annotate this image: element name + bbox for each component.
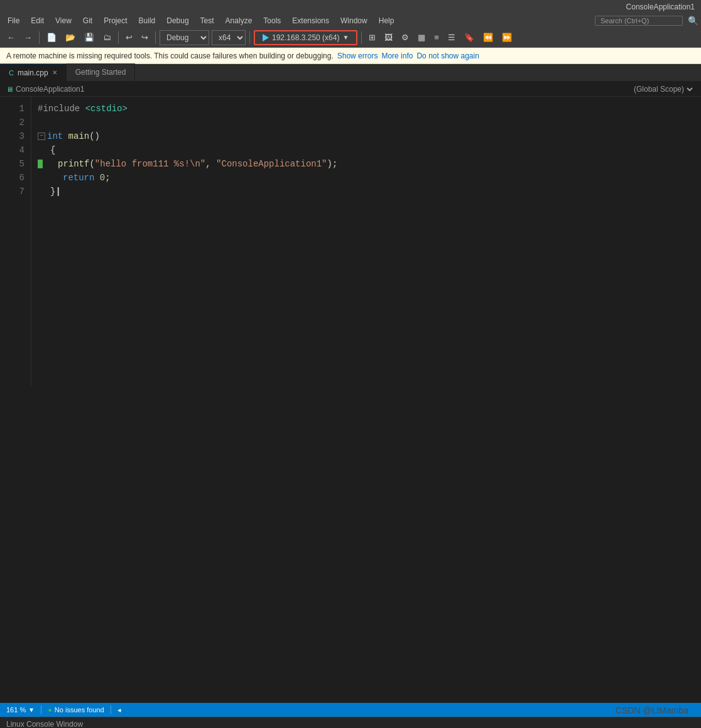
new-file-button[interactable]: 📄 (43, 31, 60, 44)
printf-func: printf (58, 157, 89, 171)
menu-extensions[interactable]: Extensions (287, 15, 334, 26)
run-triangle-icon (263, 34, 269, 41)
printf-open: ( (89, 157, 94, 171)
title-bar: ConsoleApplication1 (0, 0, 701, 14)
printf-close: ); (327, 157, 338, 171)
editor-empty-area[interactable] (0, 386, 701, 703)
line-indicator (38, 160, 43, 168)
menu-tools[interactable]: Tools (258, 15, 286, 26)
code-line-5: printf ( "hello from111 %s!\n" , "Consol… (38, 157, 695, 171)
toolbar-btn-1[interactable]: ⊞ (366, 31, 379, 44)
line-num-5: 5 (0, 157, 24, 171)
num-0: 0 (100, 171, 105, 185)
status-divider-1 (41, 705, 41, 714)
no-issues-label: No issues found (55, 706, 104, 714)
toolbar: ← → 📄 📂 💾 🗂 ↩ ↪ Debug Release x64 x86 19… (0, 28, 701, 48)
platform-select[interactable]: x64 x86 (212, 30, 246, 45)
toolbar-btn-5[interactable]: ≡ (431, 31, 442, 44)
code-content[interactable]: #include <cstdio> − int main () { printf… (31, 97, 701, 386)
open-button[interactable]: 📂 (62, 31, 79, 44)
check-icon: ● (48, 706, 52, 714)
kw-int: int (47, 129, 68, 143)
code-line-2 (38, 116, 695, 129)
open-brace: { (50, 143, 55, 157)
include-kw: #include (38, 102, 85, 116)
toolbar-btn-4[interactable]: ▦ (415, 31, 428, 44)
kw-return: return (63, 171, 100, 185)
do-not-show-link[interactable]: Do not show again (416, 52, 479, 60)
func-parens: () (89, 129, 100, 143)
save-all-button[interactable]: 🗂 (100, 31, 114, 44)
warning-message: A remote machine is missing required too… (6, 52, 334, 60)
tab-bar: C main.cpp ✕ Getting Started (0, 64, 701, 82)
line-num-3: 3 (0, 129, 24, 143)
menu-edit[interactable]: Edit (26, 15, 49, 26)
forward-button[interactable]: → (21, 31, 35, 44)
toolbar-btn-9[interactable]: ⏩ (499, 31, 515, 44)
menu-help[interactable]: Help (374, 15, 399, 26)
code-line-6: return 0 ; (38, 171, 695, 185)
breadcrumb-project-icon: 🖥 (6, 85, 13, 93)
printf-str: "hello from111 %s!\n" (95, 157, 205, 171)
no-issues-status[interactable]: ● No issues found (48, 706, 104, 714)
breadcrumb-project[interactable]: ConsoleApplication1 (16, 85, 84, 94)
back-button[interactable]: ← (4, 31, 18, 44)
line-num-7: 7 (0, 185, 24, 198)
menu-debug[interactable]: Debug (161, 15, 193, 26)
toolbar-separator-2 (118, 31, 119, 44)
watermark-text: CSDN @LtMamba (616, 705, 688, 715)
toolbar-btn-7[interactable]: 🔖 (461, 31, 477, 44)
code-line-7: } | (38, 185, 695, 198)
zoom-dropdown-btn[interactable]: ▾ (28, 705, 35, 714)
tab-main-cpp-close[interactable]: ✕ (52, 69, 57, 76)
code-line-3: − int main () (38, 129, 695, 143)
debug-config-select[interactable]: Debug Release (160, 30, 209, 45)
undo-button[interactable]: ↩ (122, 31, 136, 44)
collapse-icon[interactable]: − (38, 133, 45, 140)
cpp-icon: C (9, 69, 14, 77)
tab-getting-started[interactable]: Getting Started (67, 63, 136, 81)
line-num-2: 2 (0, 116, 24, 129)
toolbar-btn-6[interactable]: ☰ (445, 31, 459, 44)
menu-project[interactable]: Project (99, 15, 132, 26)
toolbar-separator-5 (361, 31, 362, 44)
toolbar-btn-3[interactable]: ⚙ (398, 31, 412, 44)
console-section: Linux Console Window hello from111 Conso… (0, 717, 701, 728)
menu-file[interactable]: File (3, 15, 24, 26)
toolbar-btn-2[interactable]: 🖼 (381, 31, 396, 44)
status-bar: 161 % ▾ ● No issues found ◂ (0, 703, 701, 717)
menu-view[interactable]: View (50, 15, 77, 26)
warning-banner: A remote machine is missing required too… (0, 48, 701, 64)
line-num-1: 1 (0, 102, 24, 116)
zoom-level: 161 % (6, 706, 26, 714)
line-num-4: 4 (0, 143, 24, 157)
printf-comma: , (205, 157, 216, 171)
menu-analyze[interactable]: Analyze (220, 15, 258, 26)
toolbar-btn-8[interactable]: ⏪ (480, 31, 496, 44)
zoom-area: 161 % ▾ (6, 705, 35, 714)
scope-select[interactable]: (Global Scope) (631, 84, 695, 94)
save-button[interactable]: 💾 (81, 31, 97, 44)
more-info-link[interactable]: More info (381, 52, 413, 60)
redo-button[interactable]: ↪ (138, 31, 151, 44)
menu-build[interactable]: Build (134, 15, 161, 26)
watermark: CSDN @LtMamba (616, 705, 688, 715)
menu-bar: File Edit View Git Project Build Debug T… (0, 14, 701, 28)
menu-test[interactable]: Test (195, 15, 219, 26)
tab-getting-started-label: Getting Started (75, 68, 126, 77)
code-line-1: #include <cstdio> (38, 102, 695, 116)
code-editor: 1 2 3 4 5 6 7 #include <cstdio> − int ma… (0, 97, 701, 386)
search-box[interactable]: Search (Ctrl+Q) (595, 16, 683, 26)
status-divider-2 (111, 705, 111, 714)
search-icon[interactable]: 🔍 (688, 16, 698, 26)
run-dropdown-icon[interactable]: ▼ (342, 34, 349, 41)
tab-main-cpp-label: main.cpp (18, 68, 48, 77)
show-errors-link[interactable]: Show errors (337, 52, 378, 60)
menu-git[interactable]: Git (78, 15, 97, 26)
tab-main-cpp[interactable]: C main.cpp ✕ (0, 63, 67, 81)
console-title: Linux Console Window (0, 717, 701, 728)
run-button[interactable]: 192.168.3.250 (x64) ▼ (254, 30, 357, 45)
menu-window[interactable]: Window (335, 15, 372, 26)
include-file: <cstdio> (85, 102, 128, 116)
scroll-indicator[interactable]: ◂ (117, 706, 121, 714)
